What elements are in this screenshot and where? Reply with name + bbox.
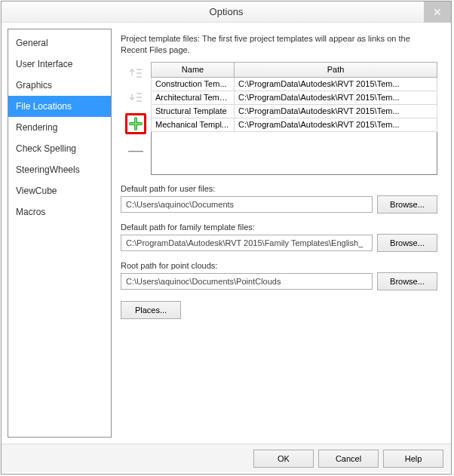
sidebar-item-label: Graphics (16, 80, 52, 91)
browse-family-templates-button[interactable]: Browse... (377, 234, 437, 252)
table-row[interactable]: Construction Tem...C:\ProgramData\Autode… (152, 77, 437, 91)
category-sidebar: General User Interface Graphics File Loc… (8, 29, 112, 438)
user-files-input[interactable] (121, 196, 373, 213)
sidebar-item-label: File Locations (16, 101, 72, 112)
sidebar-item-label: Macros (16, 207, 45, 217)
sidebar-item-label: Rendering (16, 122, 57, 133)
places-row: Places... (121, 301, 437, 319)
sidebar-item-label: ViewCube (16, 186, 57, 196)
cell-path: C:\ProgramData\Autodesk\RVT 2015\Tem... (235, 77, 437, 91)
add-template-button[interactable] (128, 116, 143, 131)
cell-path: C:\ProgramData\Autodesk\RVT 2015\Tem... (235, 118, 437, 131)
titlebar: Options ✕ (2, 2, 451, 23)
table-row[interactable]: Architectural Temp...C:\ProgramData\Auto… (152, 91, 437, 104)
sidebar-item-label: SteeringWheels (16, 164, 80, 175)
cell-path: C:\ProgramData\Autodesk\RVT 2015\Tem... (235, 104, 437, 118)
close-button[interactable]: ✕ (424, 2, 451, 23)
column-header-path[interactable]: Path (235, 62, 437, 77)
column-header-name[interactable]: Name (152, 62, 235, 77)
template-table[interactable]: Name Path Construction Tem...C:\ProgramD… (151, 62, 437, 175)
add-highlight (125, 113, 146, 134)
plus-icon (129, 117, 143, 131)
options-dialog: Options ✕ General User Interface Graphic… (1, 1, 452, 474)
sidebar-item-check-spelling[interactable]: Check Spelling (8, 138, 111, 159)
point-clouds-label: Root path for point clouds: (121, 261, 437, 270)
browse-user-files-button[interactable]: Browse... (377, 195, 437, 213)
user-files-group: Default path for user files: Browse... (121, 184, 437, 213)
cell-name: Architectural Temp... (152, 91, 235, 104)
sidebar-item-label: Check Spelling (16, 143, 76, 154)
cell-path: C:\ProgramData\Autodesk\RVT 2015\Tem... (235, 91, 437, 104)
family-templates-group: Default path for family template files: … (121, 223, 437, 252)
move-up-icon (127, 65, 145, 81)
move-down-icon (127, 89, 145, 106)
ok-button[interactable]: OK (253, 450, 314, 468)
family-templates-label: Default path for family template files: (121, 223, 437, 232)
sidebar-item-label: General (16, 38, 48, 48)
point-clouds-group: Root path for point clouds: Browse... (121, 261, 437, 290)
sidebar-item-rendering[interactable]: Rendering (8, 117, 111, 138)
sidebar-item-general[interactable]: General (8, 32, 111, 54)
sidebar-item-macros[interactable]: Macros (8, 201, 111, 223)
sidebar-item-user-interface[interactable]: User Interface (8, 54, 111, 75)
template-description: Project template files: The first five p… (121, 33, 437, 56)
places-button[interactable]: Places... (121, 301, 181, 319)
family-templates-input[interactable] (121, 235, 373, 251)
template-table-wrap: Name Path Construction Tem...C:\ProgramD… (151, 62, 437, 175)
sidebar-item-label: User Interface (16, 59, 72, 69)
user-files-label: Default path for user files: (121, 184, 437, 193)
minus-icon: — (128, 143, 143, 158)
window-title: Options (210, 6, 244, 17)
content-area: General User Interface Graphics File Loc… (2, 23, 451, 444)
table-empty-space (152, 131, 437, 174)
template-toolbar: — (121, 62, 151, 175)
sidebar-item-steering-wheels[interactable]: SteeringWheels (8, 159, 111, 180)
point-clouds-input[interactable] (121, 273, 373, 290)
cell-name: Structural Template (152, 104, 235, 118)
sidebar-item-file-locations[interactable]: File Locations (8, 96, 111, 117)
table-row[interactable]: Structural TemplateC:\ProgramData\Autode… (152, 104, 437, 118)
template-row: — Name Path Construction Tem...C:\Progra… (121, 62, 437, 175)
cell-name: Construction Tem... (152, 77, 235, 91)
browse-point-clouds-button[interactable]: Browse... (377, 272, 437, 290)
remove-template-button[interactable]: — (127, 142, 145, 158)
sidebar-item-graphics[interactable]: Graphics (8, 75, 111, 96)
cancel-button[interactable]: Cancel (318, 450, 379, 468)
help-button[interactable]: Help (383, 450, 443, 468)
close-icon: ✕ (433, 6, 442, 18)
table-row[interactable]: Mechanical Templ...C:\ProgramData\Autode… (152, 118, 437, 131)
cell-name: Mechanical Templ... (152, 118, 235, 131)
sidebar-item-viewcube[interactable]: ViewCube (8, 180, 111, 201)
main-panel: Project template files: The first five p… (112, 29, 445, 438)
dialog-footer: OK Cancel Help (2, 444, 451, 472)
